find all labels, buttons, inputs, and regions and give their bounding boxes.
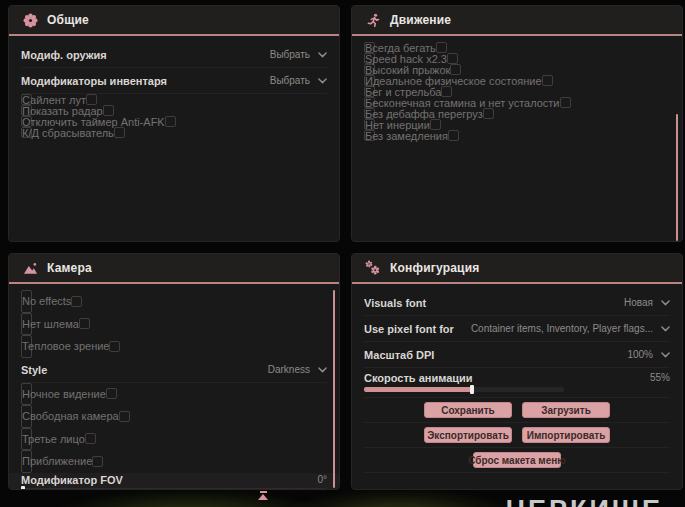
checkbox[interactable] bbox=[436, 42, 447, 53]
checkbox[interactable] bbox=[542, 75, 553, 86]
option-row[interactable]: Нет инерции bbox=[364, 119, 375, 130]
option-label: Масштаб DPI bbox=[364, 349, 434, 361]
option-row[interactable]: Сайлент лут bbox=[21, 94, 32, 105]
checkbox[interactable] bbox=[109, 341, 120, 352]
option-label: Модификатор FOV bbox=[21, 474, 123, 486]
option-row[interactable]: К/Д сбрасыватель bbox=[21, 127, 32, 138]
option-row[interactable]: Без дебаффа перегруз bbox=[364, 108, 375, 119]
checkbox[interactable] bbox=[106, 388, 117, 399]
option-label: Нет шлема bbox=[22, 318, 79, 330]
chevron-down-icon bbox=[318, 78, 327, 84]
dropdown[interactable]: Выбрать bbox=[270, 75, 327, 86]
checkbox[interactable] bbox=[165, 116, 176, 127]
option-row[interactable]: Нет шлема bbox=[21, 313, 32, 336]
option-label: Третье лицо bbox=[22, 433, 85, 445]
option-row: СохранитьЗагрузить bbox=[364, 398, 670, 423]
gears-icon bbox=[365, 260, 381, 276]
triangle-up-icon bbox=[258, 494, 268, 500]
checkbox[interactable] bbox=[86, 94, 97, 105]
action-button[interactable]: Сохранить bbox=[424, 402, 512, 418]
option-row[interactable]: Третье лицо bbox=[21, 428, 32, 451]
scrollbar[interactable] bbox=[333, 290, 335, 488]
background-location-text: ЧЕРКИШЕ bbox=[506, 495, 663, 507]
option-row: StyleDarkness bbox=[21, 358, 327, 383]
slider[interactable] bbox=[21, 488, 327, 491]
panel-camera: Камера No effectsНет шлемаТепловое зрени… bbox=[8, 253, 340, 490]
action-button[interactable]: Загрузить bbox=[522, 402, 610, 418]
option-row[interactable]: Отключить таймер Anti-AFK bbox=[21, 116, 32, 127]
dropdown-value: Новая bbox=[624, 297, 653, 308]
option-row[interactable]: Идеальное физическое состояние bbox=[364, 75, 375, 86]
checkbox[interactable] bbox=[448, 130, 459, 141]
option-label: Модиф. оружия bbox=[21, 49, 107, 61]
checkbox[interactable] bbox=[103, 105, 114, 116]
option-row[interactable]: Свободная камера bbox=[21, 405, 32, 428]
option-row: ЭкспортироватьИмпортировать bbox=[364, 423, 670, 448]
panel-general-header[interactable]: Общие bbox=[9, 6, 339, 36]
option-row[interactable]: Без замедления bbox=[364, 130, 375, 141]
option-row: Масштаб DPI100% bbox=[364, 342, 670, 368]
checkbox[interactable] bbox=[430, 119, 441, 130]
option-label: Без замедления bbox=[365, 130, 448, 142]
option-row[interactable]: Показать радар bbox=[21, 105, 32, 116]
runner-icon bbox=[365, 13, 381, 28]
option-row[interactable]: Speed hack x2.3 bbox=[364, 53, 375, 64]
option-row[interactable]: Приближение bbox=[21, 450, 32, 473]
dropdown[interactable]: Новая bbox=[624, 297, 670, 308]
slider-value: 55% bbox=[650, 372, 670, 384]
slider[interactable] bbox=[364, 387, 564, 392]
panel-general: Общие Модиф. оружияВыбратьМодификаторы и… bbox=[8, 5, 340, 242]
option-row[interactable]: Бесконечная стамина и нет усталости bbox=[364, 97, 375, 108]
chevron-down-icon bbox=[661, 352, 670, 358]
action-button[interactable]: Экспортировать bbox=[424, 427, 512, 443]
option-row: Use pixel font forContainer items, Inven… bbox=[364, 316, 670, 342]
option-label: Use pixel font for bbox=[364, 323, 454, 335]
checkbox[interactable] bbox=[560, 97, 571, 108]
option-row[interactable]: No effects bbox=[21, 290, 32, 313]
dropdown[interactable]: Container items, Inventory, Player flags… bbox=[471, 323, 670, 334]
scrollbar[interactable] bbox=[676, 114, 678, 241]
checkbox[interactable] bbox=[85, 433, 96, 444]
dropdown[interactable]: 100% bbox=[627, 349, 670, 360]
option-row[interactable]: Ночное видение bbox=[21, 383, 32, 406]
slider-handle[interactable] bbox=[21, 486, 25, 491]
option-label: Модификаторы инвентаря bbox=[21, 75, 167, 87]
flower-gear-icon bbox=[22, 13, 38, 28]
checkbox[interactable] bbox=[92, 456, 103, 467]
scroll-up-arrow[interactable] bbox=[256, 491, 270, 500]
chevron-down-icon bbox=[318, 52, 327, 58]
panel-config: Конфигурация Visuals fontНоваяUse pixel … bbox=[351, 253, 683, 490]
checkbox[interactable] bbox=[447, 53, 458, 64]
chevron-down-icon bbox=[661, 300, 670, 306]
slider-handle[interactable] bbox=[470, 385, 474, 394]
panel-camera-header[interactable]: Камера bbox=[9, 254, 339, 284]
option-row[interactable]: Тепловое зрение bbox=[21, 335, 32, 358]
panel-title: Движение bbox=[390, 13, 451, 27]
action-button[interactable]: Импортировать bbox=[522, 427, 610, 443]
action-button[interactable]: Сброс макета меню bbox=[473, 452, 561, 468]
chevron-down-icon bbox=[661, 326, 670, 332]
checkbox[interactable] bbox=[450, 64, 461, 75]
option-row: Модификатор FOV0° bbox=[9, 473, 339, 491]
dropdown[interactable]: Darkness bbox=[268, 364, 327, 375]
grass-texture bbox=[290, 491, 510, 507]
checkbox[interactable] bbox=[483, 108, 494, 119]
checkbox[interactable] bbox=[71, 296, 82, 307]
checkbox[interactable] bbox=[441, 86, 452, 97]
option-row[interactable]: Высокий прыжок bbox=[364, 64, 375, 75]
checkbox[interactable] bbox=[119, 411, 130, 422]
panel-config-header[interactable]: Конфигурация bbox=[352, 254, 682, 284]
chevron-down-icon bbox=[318, 367, 327, 373]
checkbox[interactable] bbox=[114, 127, 125, 138]
panel-movement-header[interactable]: Движение bbox=[352, 6, 682, 36]
option-label: Тепловое зрение bbox=[22, 340, 109, 352]
checkbox[interactable] bbox=[79, 318, 90, 329]
dropdown[interactable]: Выбрать bbox=[270, 49, 327, 60]
option-row[interactable]: Всегда бегать bbox=[364, 42, 375, 53]
scroll-dash bbox=[260, 491, 267, 493]
option-row[interactable]: Бег и стрельба bbox=[364, 86, 375, 97]
option-row bbox=[364, 473, 670, 490]
panel-title: Камера bbox=[47, 261, 92, 275]
panel-movement: Движение Всегда бегатьSpeed hack x2.3Выс… bbox=[351, 5, 683, 242]
image-icon bbox=[22, 261, 38, 276]
